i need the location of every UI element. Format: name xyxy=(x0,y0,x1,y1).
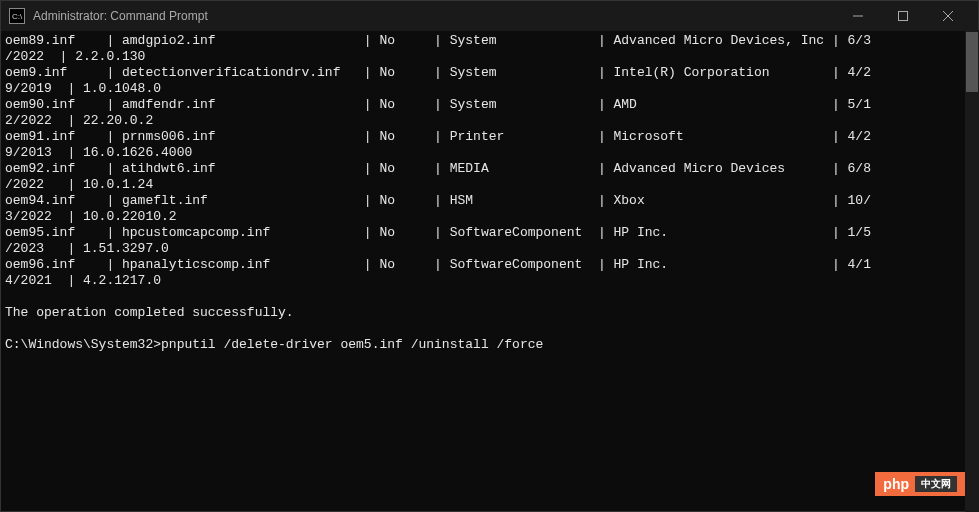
terminal-line: oem90.inf | amdfendr.inf | No | System |… xyxy=(5,97,974,113)
terminal-line: oem9.inf | detectionverificationdrv.inf … xyxy=(5,65,974,81)
svg-rect-1 xyxy=(898,12,907,21)
terminal-line: C:\Windows\System32>pnputil /delete-driv… xyxy=(5,337,974,353)
command-prompt-window: C:\ Administrator: Command Prompt oem89.… xyxy=(0,0,979,512)
minimize-button[interactable] xyxy=(835,1,880,31)
terminal-line: 4/2021 | 4.2.1217.0 xyxy=(5,273,974,289)
terminal-line: oem89.inf | amdgpio2.inf | No | System |… xyxy=(5,33,974,49)
terminal-line: 2/2022 | 22.20.0.2 xyxy=(5,113,974,129)
window-controls xyxy=(835,1,970,31)
terminal-line: The operation completed successfully. xyxy=(5,305,974,321)
terminal-line: 9/2013 | 16.0.1626.4000 xyxy=(5,145,974,161)
terminal-line xyxy=(5,289,974,305)
window-title: Administrator: Command Prompt xyxy=(33,9,835,23)
cmd-icon: C:\ xyxy=(9,8,25,24)
watermark-secondary: 中文网 xyxy=(915,476,957,492)
terminal-line xyxy=(5,321,974,337)
terminal-line: 9/2019 | 1.0.1048.0 xyxy=(5,81,974,97)
watermark-badge: php 中文网 xyxy=(875,472,965,496)
terminal-line: oem91.inf | prnms006.inf | No | Printer … xyxy=(5,129,974,145)
terminal-line: oem94.inf | gameflt.inf | No | HSM | Xbo… xyxy=(5,193,974,209)
terminal-line: 3/2022 | 10.0.22010.2 xyxy=(5,209,974,225)
terminal-line: oem92.inf | atihdwt6.inf | No | MEDIA | … xyxy=(5,161,974,177)
maximize-button[interactable] xyxy=(880,1,925,31)
titlebar[interactable]: C:\ Administrator: Command Prompt xyxy=(1,1,978,31)
terminal-output[interactable]: oem89.inf | amdgpio2.inf | No | System |… xyxy=(1,31,978,511)
terminal-line: /2022 | 2.2.0.130 xyxy=(5,49,974,65)
terminal-line: oem96.inf | hpanalyticscomp.inf | No | S… xyxy=(5,257,974,273)
terminal-line: /2022 | 10.0.1.24 xyxy=(5,177,974,193)
watermark-text: php xyxy=(883,476,909,492)
close-button[interactable] xyxy=(925,1,970,31)
scrollbar-thumb[interactable] xyxy=(966,32,978,92)
scrollbar-track[interactable] xyxy=(965,30,979,512)
terminal-line: oem95.inf | hpcustomcapcomp.inf | No | S… xyxy=(5,225,974,241)
terminal-line: /2023 | 1.51.3297.0 xyxy=(5,241,974,257)
